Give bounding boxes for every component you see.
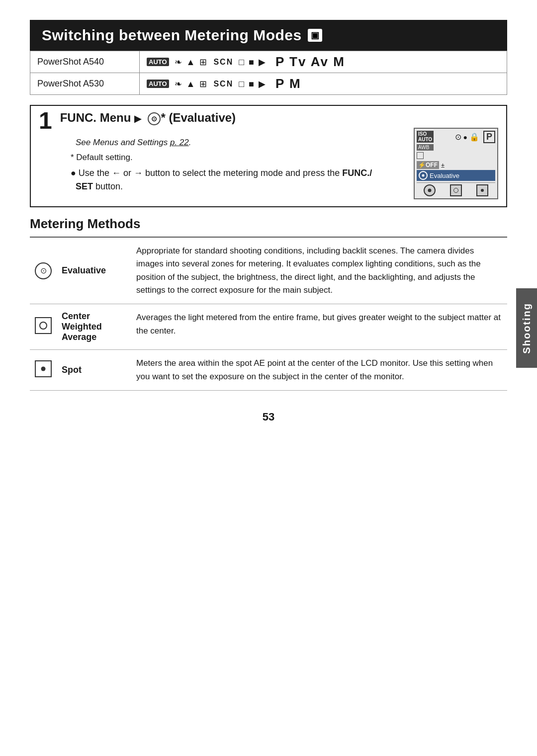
screen-bottom-eval bbox=[424, 184, 436, 196]
screen-awb-badge: AWB bbox=[417, 144, 434, 151]
screen-bottom-center bbox=[450, 184, 462, 196]
set-label: SET bbox=[76, 181, 93, 191]
spot-icon-cell bbox=[30, 350, 57, 391]
screen-bottom-spot bbox=[476, 184, 488, 196]
see-menus-reference: See Menus and Settings p. 22. bbox=[76, 138, 404, 148]
step-content: See Menus and Settings p. 22. * Default … bbox=[31, 138, 506, 206]
model-a530-name: PowerShot A530 bbox=[30, 73, 140, 95]
center-weighted-description: Averages the light metered from the enti… bbox=[131, 304, 507, 350]
auto-badge: AUTO bbox=[147, 58, 169, 66]
screen-eval-icon-small bbox=[419, 171, 428, 180]
table-row: PowerShot A530 AUTO ❧ ▲ ⊞ SCN □ ■ ▶ P M bbox=[30, 73, 507, 95]
metering-methods-section: Metering Methods Evaluative Appropriate … bbox=[30, 216, 507, 391]
metering-table: Evaluative Appropriate for standard shoo… bbox=[30, 237, 507, 391]
evaluative-description: Appropriate for standard shooting condit… bbox=[131, 237, 507, 304]
evaluative-icon-title: ⊙ bbox=[148, 112, 161, 125]
table-row: Evaluative Appropriate for standard shoo… bbox=[30, 237, 507, 304]
screen-bottom-icons bbox=[417, 182, 495, 196]
metering-methods-title: Metering Methods bbox=[30, 216, 507, 232]
default-note: * Default setting. bbox=[71, 153, 404, 163]
screen-left-icons: ISOAUTO AWB bbox=[417, 131, 434, 159]
spot-description: Meters the area within the spot AE point… bbox=[131, 350, 507, 391]
center-weighted-method-name: Center Weighted Average bbox=[57, 304, 131, 350]
spot-method-icon bbox=[35, 360, 52, 377]
camera-screen-mockup: ISOAUTO AWB ⊙ ● 🔒 P bbox=[414, 128, 498, 199]
bullet-instruction: ● Use the ← or → button to select the me… bbox=[71, 167, 404, 193]
screen-p-mode: P bbox=[483, 131, 495, 143]
evaluative-method-icon bbox=[35, 262, 52, 279]
step-1-section: 1 FUNC. Menu ▶ ⊙* (Evaluative) See Menus… bbox=[30, 105, 507, 207]
sidebar-tab: Shooting bbox=[516, 288, 537, 368]
model-a530-modes: AUTO ❧ ▲ ⊞ SCN □ ■ ▶ P M bbox=[140, 73, 507, 95]
screen-extra-icon: ± bbox=[441, 162, 445, 169]
model-a540-modes: AUTO ❧ ▲ ⊞ SCN □ ■ ▶ P Tv Av M bbox=[140, 51, 507, 73]
title-bar: Switching between Metering Modes ▣ bbox=[30, 20, 507, 51]
page-title: Switching between Metering Modes bbox=[42, 27, 302, 44]
model-table: PowerShot A540 AUTO ❧ ▲ ⊞ SCN □ ■ ▶ P Tv… bbox=[30, 51, 507, 95]
step-title: FUNC. Menu ▶ ⊙* (Evaluative) bbox=[60, 111, 236, 124]
model-a540-name: PowerShot A540 bbox=[30, 51, 140, 73]
center-weighted-method-icon bbox=[35, 317, 52, 334]
center-weighted-icon-cell bbox=[30, 304, 57, 350]
screen-flash-off: ⚡OFF bbox=[417, 161, 439, 169]
evaluative-method-name: Evaluative bbox=[57, 237, 131, 304]
page-number: 53 bbox=[30, 411, 507, 423]
screen-circle-icon: ● bbox=[463, 133, 467, 141]
screen-grid-icon bbox=[417, 152, 424, 159]
func-label: FUNC./ bbox=[342, 168, 372, 178]
sidebar-label: Shooting bbox=[521, 303, 533, 354]
table-row: Spot Meters the area within the spot AE … bbox=[30, 350, 507, 391]
spot-method-name: Spot bbox=[57, 350, 131, 391]
step-text-area: See Menus and Settings p. 22. * Default … bbox=[71, 138, 404, 199]
screen-right-icons: ⊙ ● 🔒 P bbox=[455, 131, 495, 143]
auto-badge: AUTO bbox=[147, 80, 169, 88]
screen-lock-icon: 🔒 bbox=[469, 132, 479, 142]
screen-evaluative-label: Evaluative bbox=[430, 172, 459, 179]
table-row: Center Weighted Average Averages the lig… bbox=[30, 304, 507, 350]
evaluative-icon-cell bbox=[30, 237, 57, 304]
screen-evaluative-row: Evaluative bbox=[417, 170, 495, 181]
camera-mode-icon: ▣ bbox=[308, 29, 322, 42]
screen-top-row: ISOAUTO AWB ⊙ ● 🔒 P bbox=[417, 131, 495, 159]
table-row: PowerShot A540 AUTO ❧ ▲ ⊞ SCN □ ■ ▶ P Tv… bbox=[30, 51, 507, 73]
screen-iso-badge: ISOAUTO bbox=[417, 131, 434, 143]
step-number: 1 bbox=[39, 109, 52, 133]
screen-eval-indicator: ⊙ bbox=[455, 132, 461, 142]
